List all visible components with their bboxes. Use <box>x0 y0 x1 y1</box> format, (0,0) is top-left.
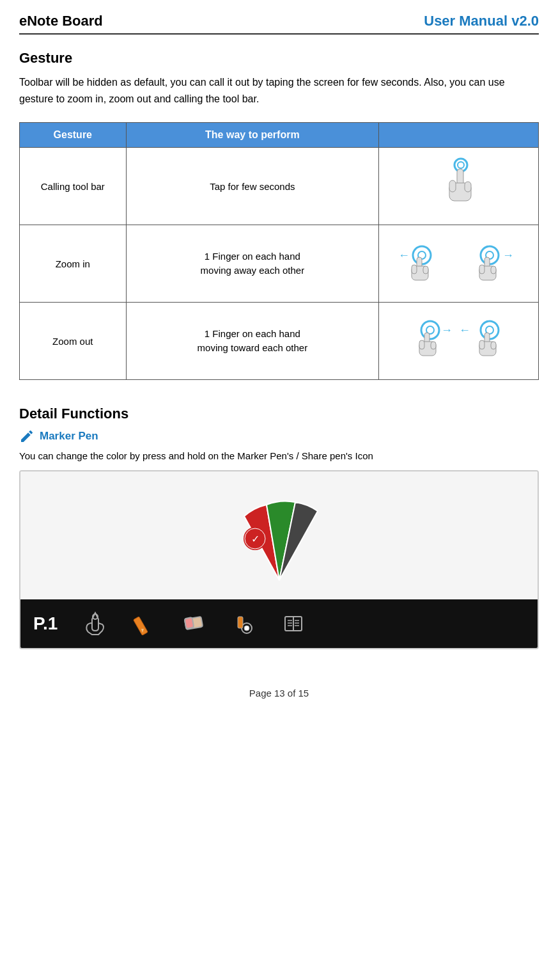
svg-rect-38 <box>134 617 148 635</box>
gesture-icon-zoomin: ← <box>379 225 539 303</box>
gesture-heading: Gesture <box>19 50 539 67</box>
color-picker-upper: ✓ <box>20 471 538 599</box>
manual-version: User Manual v2.0 <box>424 13 539 29</box>
svg-text:→: → <box>441 324 453 336</box>
toolbar-page-indicator: P.1 <box>33 613 58 634</box>
toolbar-eraser-icon <box>182 612 206 636</box>
svg-text:←: ← <box>398 249 410 262</box>
toolbar-marker-icon <box>231 612 256 636</box>
color-picker-box: ✓ P.1 <box>19 470 539 649</box>
gesture-name-calling: Calling tool bar <box>20 148 127 225</box>
gesture-name-zoomout: Zoom out <box>20 303 127 380</box>
svg-rect-4 <box>449 180 456 192</box>
pencil-icon <box>19 429 35 444</box>
color-fan-chart: ✓ <box>183 471 375 599</box>
toolbar-touch-icon <box>83 612 107 636</box>
gesture-perform-zoomin: 1 Finger on each hand moving away each o… <box>126 225 379 303</box>
page-number: Page 13 of 15 <box>249 688 309 699</box>
marker-pen-desc: You can change the color by press and ho… <box>19 450 539 461</box>
gesture-icon-calling <box>379 148 539 225</box>
page-header: eNote Board User Manual v2.0 <box>19 13 539 35</box>
svg-rect-26 <box>431 342 436 349</box>
svg-point-20 <box>421 321 439 339</box>
svg-text:←: ← <box>459 324 470 336</box>
gesture-perform-calling: Tap for few seconds <box>126 148 379 225</box>
svg-rect-5 <box>465 182 471 192</box>
table-header-gesture: Gesture <box>20 123 127 148</box>
table-header-icon <box>379 123 539 148</box>
gesture-name-zoomin: Zoom in <box>20 225 127 303</box>
zoom-in-gesture-icon: ← <box>395 235 523 292</box>
gesture-table: Gesture The way to perform Calling tool … <box>19 122 539 380</box>
gesture-icon-zoomout: → ← <box>379 303 539 380</box>
table-row: Zoom out 1 Finger on each hand moving to… <box>20 303 539 380</box>
svg-point-1 <box>458 162 464 168</box>
color-picker-toolbar: P.1 <box>20 599 538 648</box>
svg-point-43 <box>244 626 249 631</box>
pencil-tool-icon <box>133 612 156 635</box>
detail-functions-heading: Detail Functions <box>19 406 539 422</box>
table-row: Zoom in 1 Finger on each hand moving awa… <box>20 225 539 303</box>
svg-rect-11 <box>412 265 417 274</box>
toolbar-pencil-icon <box>133 612 156 635</box>
svg-rect-32 <box>479 340 484 349</box>
svg-rect-41 <box>185 617 194 629</box>
marker-tool-icon <box>231 612 256 636</box>
svg-rect-44 <box>238 617 243 628</box>
toolbar-book-icon <box>281 612 306 636</box>
marker-pen-row: Marker Pen <box>19 429 539 444</box>
tap-gesture-icon <box>430 157 488 215</box>
gesture-perform-zoomout: 1 Finger on each hand moving toward each… <box>126 303 379 380</box>
table-row: Calling tool bar Tap for few seconds <box>20 148 539 225</box>
zoom-out-gesture-icon: → ← <box>395 312 523 370</box>
svg-rect-19 <box>491 266 496 274</box>
svg-rect-33 <box>491 342 496 349</box>
table-header-perform: The way to perform <box>126 123 379 148</box>
page-footer: Page 13 of 15 <box>19 688 539 699</box>
touch-tool-icon <box>83 612 107 636</box>
book-tool-icon <box>281 612 306 636</box>
svg-text:→: → <box>502 249 514 262</box>
marker-pen-label: Marker Pen <box>40 430 98 443</box>
svg-rect-25 <box>419 340 424 349</box>
svg-rect-18 <box>479 265 484 274</box>
eraser-tool-icon <box>182 612 206 636</box>
gesture-intro: Toolbar will be hidden as default, you c… <box>19 74 539 107</box>
svg-text:✓: ✓ <box>251 533 259 544</box>
app-title: eNote Board <box>19 13 103 29</box>
svg-rect-12 <box>423 266 428 274</box>
